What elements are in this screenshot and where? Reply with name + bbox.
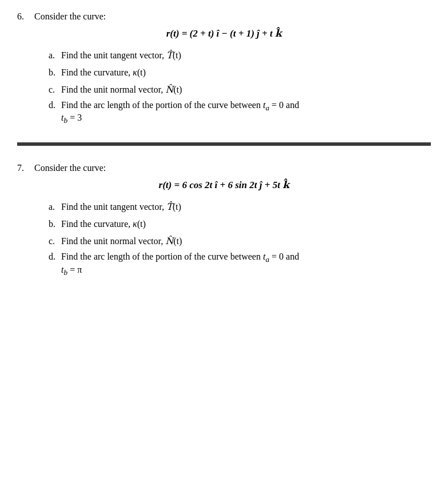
text-7d-line2: tb = π [61, 265, 299, 277]
problem-6-item-b: b. Find the curvature, κ(t) [49, 66, 431, 79]
problem-7: 7. Consider the curve: r(t) = 6 cos 2t î… [17, 163, 431, 277]
problem-7-number: 7. [17, 163, 34, 173]
text-6d-content: Find the arc length of the portion of th… [61, 100, 299, 125]
problem-7-item-a: a. Find the unit tangent vector, T̂(t) [49, 200, 431, 214]
problem-6-number: 6. [17, 11, 34, 22]
problem-6-item-a: a. Find the unit tangent vector, T̂(t) [49, 49, 431, 62]
problem-7-header: 7. Consider the curve: [17, 163, 431, 173]
label-6a: a. [49, 49, 61, 62]
problem-6-title: Consider the curve: [34, 11, 106, 22]
text-6d-line2: tb = 3 [61, 113, 299, 125]
problem-6-formula: r(t) = (2 + t) î − (t + 1) ĵ + t k̂ [17, 27, 431, 39]
label-7b: b. [49, 217, 61, 231]
formula-6-body: (t) = (2 + t) î − (t + 1) ĵ + t k̂ [170, 28, 282, 39]
text-6b: Find the curvature, κ(t) [61, 66, 146, 79]
text-7a: Find the unit tangent vector, T̂(t) [61, 200, 181, 214]
label-7d: d. [49, 252, 61, 262]
text-7d-line1: Find the arc length of the portion of th… [61, 252, 299, 264]
label-7c: c. [49, 234, 61, 248]
problem-6-header: 6. Consider the curve: [17, 11, 431, 22]
text-6c: Find the unit normal vector, N̂(t) [61, 83, 182, 97]
problem-7-item-b: b. Find the curvature, κ(t) [49, 217, 431, 231]
label-6d: d. [49, 100, 61, 110]
problem-6-subitems: a. Find the unit tangent vector, T̂(t) b… [49, 49, 431, 125]
problem-7-subitems: a. Find the unit tangent vector, T̂(t) b… [49, 200, 431, 277]
page: 6. Consider the curve: r(t) = (2 + t) î … [0, 0, 448, 482]
problem-6-item-c: c. Find the unit normal vector, N̂(t) [49, 83, 431, 97]
text-7d-content: Find the arc length of the portion of th… [61, 252, 299, 277]
label-6c: c. [49, 83, 61, 97]
problem-7-item-c: c. Find the unit normal vector, N̂(t) [49, 234, 431, 248]
problem-6: 6. Consider the curve: r(t) = (2 + t) î … [17, 11, 431, 125]
text-6d-line1: Find the arc length of the portion of th… [61, 100, 299, 113]
problem-7-item-d: d. Find the arc length of the portion of… [49, 252, 431, 277]
label-6b: b. [49, 66, 61, 79]
problem-7-title: Consider the curve: [34, 163, 106, 173]
text-7b: Find the curvature, κ(t) [61, 217, 146, 231]
label-7a: a. [49, 200, 61, 214]
text-6a: Find the unit tangent vector, T̂(t) [61, 49, 181, 62]
text-7c: Find the unit normal vector, N̂(t) [61, 234, 182, 248]
problem-7-formula: r(t) = 6 cos 2t î + 6 sin 2t ĵ + 5t k̂ [17, 179, 431, 191]
problem-6-item-d: d. Find the arc length of the portion of… [49, 100, 431, 125]
section-divider [17, 142, 431, 146]
formula-6-r: r [166, 28, 170, 39]
formula-7-body: (t) = 6 cos 2t î + 6 sin 2t ĵ + 5t k̂ [162, 180, 289, 190]
